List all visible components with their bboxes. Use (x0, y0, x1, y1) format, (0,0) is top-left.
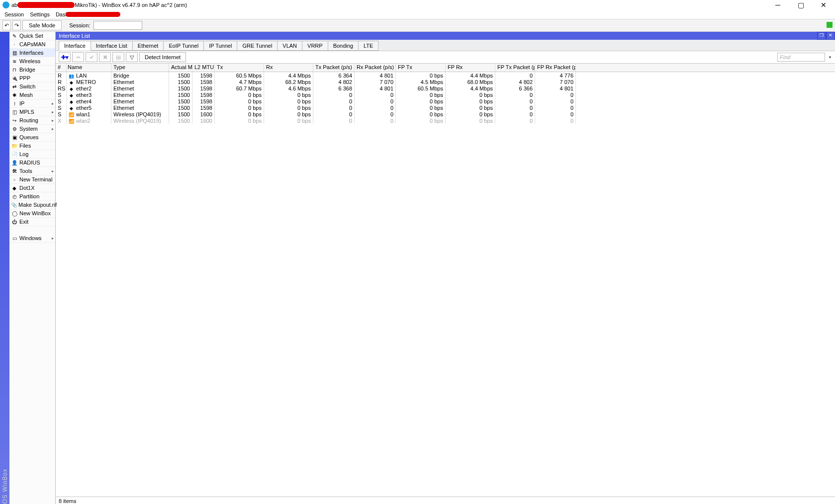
table-row[interactable]: S◆ether3Ethernet150015980 bps0 bps000 bp… (56, 91, 835, 98)
maximize-button[interactable]: ▢ (789, 0, 812, 9)
col-actual-mtu[interactable]: Actual MTU (169, 64, 192, 72)
sidebar-item-ppp[interactable]: 🔌PPP (9, 74, 55, 83)
tab-eoip-tunnel[interactable]: EoIP Tunnel (163, 41, 204, 51)
sidebar-icon: 🛠 (11, 168, 18, 174)
table-row[interactable]: S◆ether4Ethernet150015980 bps0 bps000 bp… (56, 98, 835, 104)
tab-ethernet[interactable]: Ethernet (132, 41, 164, 51)
find-input[interactable]: Find (777, 53, 825, 62)
sidebar-item-windows[interactable]: ▭Windows▸ (9, 234, 55, 243)
table-header[interactable]: # Name Type Actual MTU L2 MTU Tx Rx Tx P… (56, 64, 835, 72)
redo-button[interactable]: ↷ (12, 20, 21, 30)
col-tx[interactable]: Tx (215, 64, 264, 72)
menu-settings[interactable]: Settings (27, 11, 53, 17)
status-text: 8 items (59, 498, 76, 504)
sidebar-item-make-supout-rif[interactable]: 📎Make Supout.rif (9, 201, 55, 209)
sidebar-icon: 👤 (11, 160, 18, 166)
sidebar-item-switch[interactable]: ⇄Switch (9, 83, 55, 91)
tab-lte[interactable]: LTE (358, 41, 378, 51)
sidebar-item-routing[interactable]: ↪Routing▸ (9, 116, 55, 125)
sidebar-label: RADIUS (19, 160, 40, 166)
detect-internet-button[interactable]: Detect Internet (139, 52, 186, 62)
columns-chooser-icon[interactable]: ▼ (828, 55, 832, 60)
sidebar-icon: · (11, 42, 18, 47)
sidebar-item-tools[interactable]: 🛠Tools▸ (9, 167, 55, 175)
menubar: Session Settings Dashboard (0, 10, 835, 19)
table-row[interactable]: R◆METROEthernet150015984.7 Mbps68.2 Mbps… (56, 79, 835, 85)
sidebar-item-dot1x[interactable]: ◆Dot1X (9, 184, 55, 192)
col-rx[interactable]: Rx (264, 64, 313, 72)
inner-window-title: Interface List (59, 33, 90, 39)
tabs: InterfaceInterface ListEthernetEoIP Tunn… (56, 40, 835, 51)
remove-button[interactable]: ━ (72, 52, 84, 62)
sidebar-label: Make Supout.rif (18, 202, 57, 208)
col-tx-packet[interactable]: Tx Packet (p/s) (313, 64, 355, 72)
sidebar-icon: ▣ (11, 135, 18, 140)
table-row[interactable]: R👥LANBridge1500159860.5 Mbps4.4 Mbps6 36… (56, 72, 835, 79)
col-rx-packet[interactable]: Rx Packet (p/s) (355, 64, 396, 72)
submenu-arrow-icon: ▸ (52, 101, 54, 106)
table-row[interactable]: X📶wlan2Wireless (IPQ4019)150016000 bps0 … (56, 117, 835, 124)
menu-session[interactable]: Session (1, 11, 27, 17)
col-type[interactable]: Type (111, 64, 169, 72)
comment-button[interactable]: ▤ (112, 52, 124, 62)
sidebar-item-new-winbox[interactable]: ◯New WinBox (9, 209, 55, 218)
sidebar-item-bridge[interactable]: ⊓Bridge (9, 66, 55, 74)
watermark-text: RouterOS WinBox (1, 468, 8, 504)
table-row[interactable]: S◆ether5Ethernet150015980 bps0 bps000 bp… (56, 104, 835, 111)
sidebar-icon: ≋ (11, 59, 18, 64)
sidebar-item-system[interactable]: ⚙System▸ (9, 125, 55, 133)
enable-button[interactable]: ✔ (86, 52, 97, 62)
sidebar-icon: ◴ (11, 194, 18, 199)
col-fp-rx-packet[interactable]: FP Rx Packet (p/s) (535, 64, 576, 72)
tab-gre-tunnel[interactable]: GRE Tunnel (237, 41, 278, 51)
inner-restore-button[interactable]: ❐ (817, 32, 826, 40)
session-label: Session: (69, 22, 90, 28)
disable-button[interactable]: ✖ (99, 52, 111, 62)
sidebar-item-partition[interactable]: ◴Partition (9, 192, 55, 201)
filter-button[interactable]: ▽ (126, 52, 138, 62)
sidebar-item-interfaces[interactable]: ▥Interfaces (9, 49, 55, 57)
sidebar-item-radius[interactable]: 👤RADIUS (9, 159, 55, 167)
tab-interface[interactable]: Interface (59, 41, 91, 51)
sidebar-icon: 📁 (11, 143, 18, 149)
redaction-2 (66, 12, 120, 17)
sidebar-item-queues[interactable]: ▣Queues (9, 133, 55, 142)
tab-ip-tunnel[interactable]: IP Tunnel (203, 41, 237, 51)
tab-vrrp[interactable]: VRRP (302, 41, 328, 51)
add-button[interactable]: ✚▾ (59, 52, 71, 62)
col-l2-mtu[interactable]: L2 MTU (192, 64, 215, 72)
interface-icon: 📶 (68, 112, 75, 117)
sidebar-icon: ✱ (11, 92, 18, 98)
sidebar-item-log[interactable]: 📄Log (9, 150, 55, 159)
title-text: MikroTik) - WinBox v6.47.9 on hAP ac^2 (… (75, 2, 187, 8)
col-name[interactable]: Name (67, 64, 111, 72)
inner-close-button[interactable]: ✕ (826, 32, 835, 40)
table-row[interactable]: RS◆ether2Ethernet1500159860.7 Mbps4.6 Mb… (56, 85, 835, 91)
sidebar-item-exit[interactable]: ⏻Exit (9, 218, 55, 226)
tab-interface-list[interactable]: Interface List (91, 41, 133, 51)
col-fp-tx-packet[interactable]: FP Tx Packet (p/s) (495, 64, 535, 72)
sidebar-item-quick-set[interactable]: ✎Quick Set (9, 32, 55, 40)
sidebar-item-mesh[interactable]: ✱Mesh (9, 91, 55, 99)
inner-window-header[interactable]: Interface List ❐ ✕ (56, 32, 835, 40)
minimize-button[interactable]: ─ (766, 0, 789, 9)
sidebar-item-wireless[interactable]: ≋Wireless (9, 57, 55, 66)
tab-bonding[interactable]: Bonding (328, 41, 359, 51)
col-fp-rx[interactable]: FP Rx (446, 64, 495, 72)
safe-mode-button[interactable]: Safe Mode (22, 20, 62, 30)
interface-toolbar: ✚▾ ━ ✔ ✖ ▤ ▽ Detect Internet Find ▼ (56, 51, 835, 64)
sidebar-item-mpls[interactable]: ◫MPLS▸ (9, 108, 55, 116)
sidebar-item-files[interactable]: 📁Files (9, 142, 55, 150)
interface-icon: ◆ (68, 99, 75, 104)
col-fp-tx[interactable]: FP Tx (396, 64, 446, 72)
sidebar-item-ip[interactable]: ⁞IP▸ (9, 99, 55, 108)
table-row[interactable]: S📶wlan1Wireless (IPQ4019)150016000 bps0 … (56, 111, 835, 117)
undo-button[interactable]: ↶ (2, 20, 11, 30)
tab-vlan[interactable]: VLAN (277, 41, 302, 51)
close-button[interactable]: ✕ (812, 0, 835, 9)
sidebar-item-new-terminal[interactable]: ▫New Terminal (9, 175, 55, 184)
sidebar-item-capsman[interactable]: ·CAPsMAN (9, 40, 55, 49)
sidebar-icon: 📎 (11, 202, 17, 208)
col-flag[interactable]: # (56, 64, 67, 72)
sidebar-label: System (19, 126, 38, 132)
